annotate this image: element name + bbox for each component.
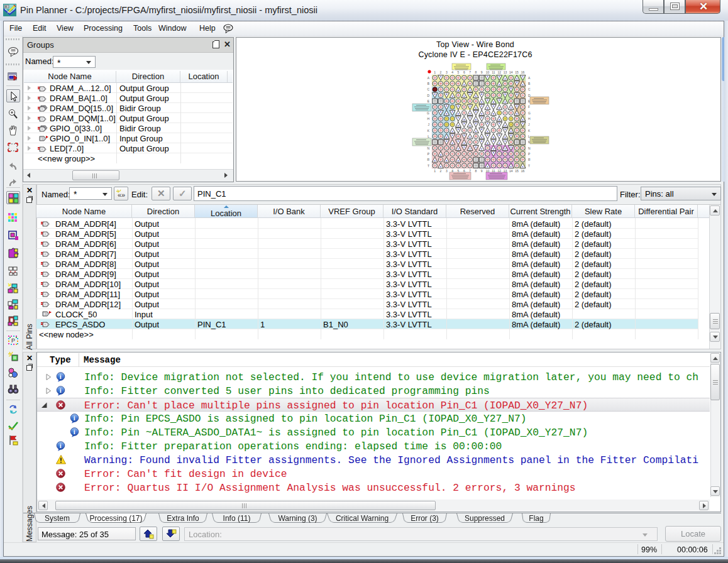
svg-text:R: R: [528, 158, 531, 161]
svg-text:C: C: [427, 87, 429, 91]
svg-text:J: J: [428, 123, 430, 126]
svg-text:1: 1: [434, 169, 436, 173]
svg-text:i: i: [60, 373, 62, 380]
svg-text:G: G: [528, 111, 531, 115]
svg-text:i: i: [60, 387, 62, 394]
svg-text:E: E: [427, 99, 430, 103]
svg-text:i: i: [74, 429, 75, 435]
svg-text:H: H: [427, 117, 429, 121]
svg-text:6: 6: [463, 70, 465, 74]
svg-text:1: 1: [434, 70, 436, 74]
svg-text:9: 9: [481, 70, 483, 74]
svg-text:7: 7: [469, 70, 471, 74]
svg-text:2: 2: [440, 169, 442, 173]
svg-text:3: 3: [446, 70, 448, 74]
svg-text:13: 13: [504, 70, 507, 74]
svg-text:T: T: [528, 164, 530, 168]
svg-text:K: K: [427, 129, 430, 133]
svg-text:«»: «»: [118, 191, 125, 199]
svg-text:B: B: [427, 82, 430, 85]
svg-text:A: A: [427, 76, 430, 80]
svg-text:P: P: [11, 337, 15, 344]
svg-text:11: 11: [492, 70, 495, 74]
svg-text:D: D: [427, 94, 429, 97]
svg-text:F: F: [528, 105, 530, 109]
svg-text:C: C: [528, 87, 531, 91]
svg-text:T: T: [427, 164, 429, 168]
svg-text:N: N: [528, 146, 531, 150]
svg-text:15: 15: [515, 169, 519, 173]
svg-text:4: 4: [451, 70, 453, 74]
svg-text:L: L: [427, 134, 429, 138]
svg-text:3: 3: [446, 169, 448, 173]
svg-text:9: 9: [481, 169, 483, 173]
svg-text:P: P: [427, 152, 430, 156]
svg-text:J: J: [528, 123, 530, 126]
svg-text:15: 15: [515, 70, 519, 74]
svg-text:16: 16: [521, 169, 525, 173]
svg-text:N: N: [427, 146, 429, 150]
svg-text:8: 8: [475, 70, 477, 74]
svg-text:8: 8: [475, 169, 477, 173]
svg-text:D: D: [528, 94, 531, 97]
svg-text:P: P: [528, 152, 531, 156]
svg-text:i: i: [60, 442, 62, 449]
svg-text:G: G: [427, 111, 429, 115]
svg-text:H: H: [528, 117, 531, 121]
svg-text:A: A: [528, 76, 531, 80]
svg-text:16: 16: [521, 70, 525, 74]
svg-text:R: R: [427, 158, 429, 161]
svg-text:12: 12: [497, 70, 501, 74]
svg-text:L: L: [528, 134, 530, 138]
svg-text:i: i: [74, 415, 75, 422]
svg-text:14: 14: [509, 169, 513, 173]
svg-text:14: 14: [509, 70, 513, 74]
svg-text:5: 5: [458, 70, 460, 74]
svg-text:B: B: [528, 82, 531, 85]
svg-text:2: 2: [440, 70, 442, 74]
svg-text:K: K: [528, 129, 531, 133]
svg-text:10: 10: [486, 70, 490, 74]
